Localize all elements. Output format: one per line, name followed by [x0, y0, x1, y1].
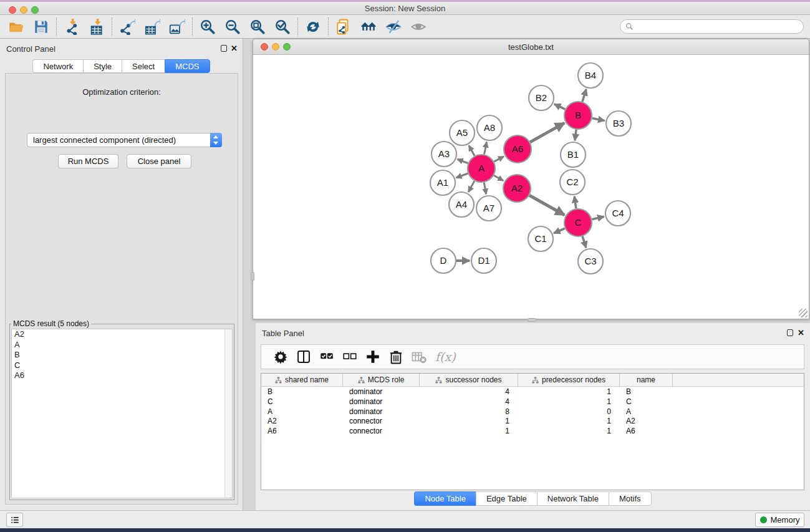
cell-successor-nodes[interactable]: 1: [420, 416, 518, 426]
edge-C-C1[interactable]: [554, 228, 565, 233]
cell-MCDS-role[interactable]: dominator: [343, 397, 420, 407]
node-D[interactable]: D: [431, 248, 456, 273]
edge-A-A7[interactable]: [484, 183, 486, 195]
edge-C-C4[interactable]: [592, 216, 604, 220]
node-A4[interactable]: A4: [449, 192, 474, 217]
mcds-result-item[interactable]: A2: [12, 329, 232, 340]
node-A3[interactable]: A3: [432, 142, 456, 167]
table-row[interactable]: Cdominator41C: [261, 397, 804, 407]
new-network-from-selection-button[interactable]: [331, 16, 356, 37]
node-C2[interactable]: C2: [560, 170, 585, 195]
split-divider-handle-vertical[interactable]: [251, 272, 254, 281]
cell-name[interactable]: C: [620, 397, 673, 407]
cell-predecessor-nodes[interactable]: 1: [518, 397, 620, 407]
zoom-fit-button[interactable]: [245, 16, 270, 37]
edge-B-B4[interactable]: [582, 89, 586, 102]
column-header-MCDS-role[interactable]: MCDS role: [343, 374, 420, 386]
node-A1[interactable]: A1: [430, 170, 455, 195]
open-session-button[interactable]: [4, 16, 29, 37]
tab-network[interactable]: Network: [32, 59, 83, 73]
float-table-panel-icon[interactable]: [787, 329, 793, 336]
cell-name[interactable]: A6: [620, 426, 673, 436]
edge-B-B1[interactable]: [575, 130, 576, 140]
scrollbar-track[interactable]: [224, 329, 232, 498]
tab-style[interactable]: Style: [83, 59, 122, 73]
edge-B-B2[interactable]: [554, 104, 565, 109]
node-A6[interactable]: A6: [504, 135, 531, 163]
cell-shared-name[interactable]: A6: [261, 426, 343, 436]
cell-name[interactable]: A2: [620, 416, 673, 426]
cell-shared-name[interactable]: A: [261, 407, 343, 417]
edge-B-B3[interactable]: [592, 118, 605, 121]
table-row[interactable]: A2connector11A2: [261, 416, 804, 426]
node-C1[interactable]: C1: [528, 226, 553, 251]
edge-A-A4[interactable]: [468, 181, 475, 192]
node-B1[interactable]: B1: [561, 142, 586, 167]
tab-node-table[interactable]: Node Table: [414, 491, 476, 506]
cell-MCDS-role[interactable]: connector: [343, 416, 420, 426]
mcds-result-item[interactable]: C: [12, 360, 232, 371]
column-header-name[interactable]: name: [620, 374, 673, 386]
cell-successor-nodes[interactable]: 4: [420, 387, 518, 397]
mcds-result-item[interactable]: B: [12, 350, 232, 360]
delete-column-button[interactable]: [407, 346, 430, 367]
cell-predecessor-nodes[interactable]: 1: [518, 426, 620, 436]
cell-shared-name[interactable]: A2: [261, 416, 343, 426]
tab-mcds[interactable]: MCDS: [165, 59, 210, 73]
cell-shared-name[interactable]: B: [261, 387, 343, 397]
cell-MCDS-role[interactable]: dominator: [343, 407, 420, 417]
tab-select[interactable]: Select: [122, 59, 165, 73]
graphics-details-button[interactable]: [406, 16, 431, 37]
edge-A6-B[interactable]: [530, 123, 564, 142]
edge-A-A3[interactable]: [457, 159, 468, 163]
split-divider-handle-horizontal[interactable]: [528, 318, 536, 322]
column-header-predecessor-nodes[interactable]: predecessor nodes: [518, 374, 620, 386]
task-history-button[interactable]: [6, 513, 23, 527]
cell-successor-nodes[interactable]: 8: [420, 407, 518, 417]
column-header-shared-name[interactable]: shared name: [261, 374, 343, 386]
cell-name[interactable]: A: [620, 407, 673, 417]
tab-motifs[interactable]: Motifs: [609, 491, 652, 506]
zoom-in-button[interactable]: [195, 16, 220, 37]
cell-MCDS-role[interactable]: connector: [343, 426, 420, 436]
table-settings-button[interactable]: [269, 346, 292, 367]
cell-successor-nodes[interactable]: 4: [420, 397, 518, 407]
export-table-button[interactable]: [140, 16, 165, 37]
refresh-button[interactable]: [301, 16, 325, 37]
import-network-button[interactable]: [59, 16, 84, 37]
float-panel-icon[interactable]: [221, 45, 227, 52]
table-row[interactable]: Bdominator41B: [261, 387, 804, 397]
export-image-button[interactable]: [165, 16, 190, 37]
node-C3[interactable]: C3: [578, 249, 603, 274]
window-resize-grip[interactable]: [799, 309, 808, 317]
mcds-result-item[interactable]: A: [12, 340, 232, 351]
node-B[interactable]: B: [564, 102, 592, 129]
cell-predecessor-nodes[interactable]: 0: [518, 407, 620, 417]
edge-A-A2[interactable]: [494, 175, 503, 181]
tab-edge-table[interactable]: Edge Table: [476, 491, 537, 506]
node-A2[interactable]: A2: [503, 175, 531, 202]
import-table-button[interactable]: [84, 16, 109, 37]
first-neighbors-button[interactable]: [356, 16, 381, 37]
search-field[interactable]: [620, 19, 804, 34]
node-B3[interactable]: B3: [606, 111, 631, 136]
add-column-button[interactable]: [361, 346, 384, 367]
tab-network-table[interactable]: Network Table: [537, 491, 609, 506]
cell-predecessor-nodes[interactable]: 1: [518, 387, 620, 397]
network-window-titlebar[interactable]: testGlobe.txt: [253, 39, 809, 55]
cell-MCDS-role[interactable]: dominator: [343, 387, 420, 397]
table-row[interactable]: Adominator80A: [261, 407, 804, 417]
node-A5[interactable]: A5: [450, 120, 475, 145]
edge-A-A1[interactable]: [456, 173, 468, 178]
zoom-out-button[interactable]: [220, 16, 245, 37]
cell-shared-name[interactable]: C: [261, 397, 343, 407]
node-C[interactable]: C: [564, 209, 592, 236]
memory-button[interactable]: Memory: [755, 513, 804, 527]
column-header-successor-nodes[interactable]: successor nodes: [420, 374, 518, 386]
hide-panels-button[interactable]: [381, 16, 406, 37]
close-panel-icon[interactable]: ✕: [231, 44, 238, 53]
node-C4[interactable]: C4: [605, 201, 630, 226]
close-panel-button[interactable]: Close panel: [127, 154, 191, 168]
edge-A2-C[interactable]: [529, 195, 564, 215]
show-columns-button[interactable]: [292, 346, 315, 367]
